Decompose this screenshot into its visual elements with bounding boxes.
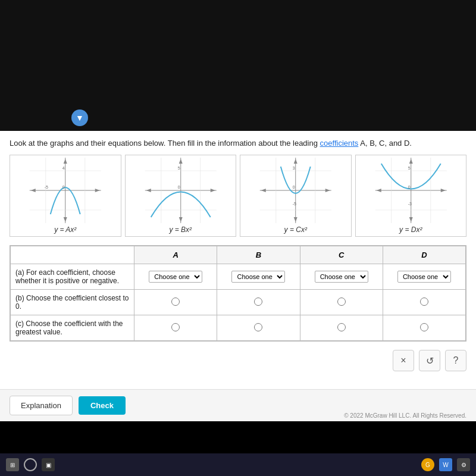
dropdown-c[interactable]: Choose one Positive Negative (315, 271, 368, 283)
check-button[interactable]: Check (79, 396, 126, 415)
graph-d-svg-wrapper: 5 0 -3 (358, 158, 464, 223)
taskbar: ⊞ ▣ G W ⚙ (0, 453, 476, 476)
taskbar-icon-3[interactable]: ⚙ (457, 458, 470, 471)
dropdown-a[interactable]: Choose one Positive Negative (149, 271, 202, 283)
close-icon: × (400, 355, 406, 366)
top-black-area: ▼ (0, 0, 476, 131)
radio-c-a[interactable] (171, 323, 180, 331)
graph-c-svg: 3 0 -5 (243, 158, 349, 223)
row-a-col-d: Choose one Positive Negative (383, 264, 465, 290)
instruction-after: A, B, C, and D. (358, 139, 412, 148)
explanation-button[interactable]: Explanation (10, 396, 73, 415)
svg-text:3: 3 (293, 166, 295, 170)
row-b-col-d (383, 290, 465, 315)
help-button[interactable]: ? (445, 350, 466, 371)
radio-b-d[interactable] (420, 298, 428, 306)
row-b-col-a (134, 290, 217, 315)
col-header-b: B (217, 246, 300, 264)
svg-marker-33 (325, 189, 330, 192)
svg-marker-47 (376, 189, 381, 192)
radio-b-a[interactable] (171, 298, 180, 306)
svg-marker-9 (31, 189, 36, 192)
graph-c-label: y = Cx² (284, 226, 307, 234)
graph-a-svg: 4 0 -5 (12, 158, 118, 223)
reset-button[interactable]: ↺ (419, 350, 440, 371)
svg-text:-3: -3 (408, 202, 411, 206)
taskbar-icon-2[interactable]: W (439, 458, 452, 471)
chevron-down-icon: ▼ (76, 113, 84, 123)
help-icon: ? (453, 355, 459, 366)
svg-marker-19 (178, 159, 182, 164)
taskbar-search-icon[interactable] (24, 458, 37, 471)
svg-text:0: 0 (293, 185, 295, 189)
col-header-empty (11, 246, 134, 264)
row-c-col-b (217, 315, 300, 341)
answer-table: A B C D (a) For each coefficient, choose… (10, 246, 466, 341)
dropdown-b[interactable]: Choose one Positive Negative (231, 271, 285, 283)
taskbar-icon-1[interactable]: G (421, 458, 434, 471)
row-a-col-b: Choose one Positive Negative (217, 264, 300, 290)
footer-text: © 2022 McGraw Hill LLC. All Rights Reser… (344, 412, 466, 419)
chevron-down-button[interactable]: ▼ (71, 109, 88, 126)
svg-marker-34 (261, 189, 266, 192)
action-buttons-row: × ↺ ? (10, 350, 466, 371)
svg-marker-7 (64, 217, 67, 222)
graph-a-svg-wrapper: 4 0 -5 (12, 158, 118, 223)
graph-b-svg-wrapper: 5 0 (128, 158, 234, 223)
radio-c-d[interactable] (420, 323, 428, 331)
radio-b-b[interactable] (254, 298, 262, 306)
graph-c-container: 3 0 -5 y = Cx² (240, 155, 352, 237)
dropdown-d[interactable]: Choose one Positive Negative (397, 271, 451, 283)
svg-text:0: 0 (62, 185, 65, 189)
graphs-row: 4 0 -5 y = Ax² (10, 155, 466, 237)
svg-marker-22 (146, 189, 151, 192)
graph-b-container: 5 0 y = Bx² (125, 155, 237, 237)
row-c-col-c (300, 315, 383, 341)
coefficients-link[interactable]: coefficients (320, 139, 359, 148)
reset-icon: ↺ (426, 355, 434, 367)
radio-c-c[interactable] (337, 323, 346, 331)
instruction-text: Look at the graphs and their equations b… (10, 138, 466, 149)
graph-a-label: y = Ax² (54, 226, 76, 234)
row-c-col-a (134, 315, 217, 341)
row-b-col-b (217, 290, 300, 315)
svg-text:-5: -5 (293, 202, 296, 206)
col-header-c: C (300, 246, 383, 264)
graph-b-label: y = Bx² (169, 226, 192, 234)
row-c-col-d (383, 315, 465, 341)
close-button[interactable]: × (393, 350, 414, 371)
taskbar-task-view-icon[interactable]: ▣ (42, 458, 55, 471)
bottom-bar: Explanation Check © 2022 McGraw Hill LLC… (0, 389, 476, 421)
svg-marker-44 (409, 159, 412, 164)
graph-b-svg: 5 0 (128, 158, 234, 223)
radio-b-c[interactable] (337, 298, 346, 306)
svg-text:0: 0 (177, 185, 180, 189)
svg-text:5: 5 (408, 166, 410, 170)
graph-c-svg-wrapper: 3 0 -5 (243, 158, 349, 223)
answer-table-wrapper: A B C D (a) For each coefficient, choose… (10, 245, 466, 342)
svg-marker-6 (64, 159, 67, 164)
svg-marker-20 (178, 217, 182, 222)
row-c: (c) Choose the coefficient with the grea… (11, 315, 466, 341)
col-header-d: D (383, 246, 465, 264)
row-c-label: (c) Choose the coefficient with the grea… (11, 315, 134, 341)
svg-marker-32 (294, 217, 298, 222)
graph-a-container: 4 0 -5 y = Ax² (10, 155, 121, 237)
taskbar-windows-icon[interactable]: ⊞ (6, 458, 19, 471)
svg-marker-31 (294, 159, 298, 164)
row-a-col-a: Choose one Positive Negative (134, 264, 217, 290)
main-content: Look at the graphs and their equations b… (0, 131, 476, 389)
svg-text:5: 5 (177, 166, 180, 170)
svg-marker-45 (409, 217, 412, 222)
row-a-col-c: Choose one Positive Negative (300, 264, 383, 290)
svg-text:-5: -5 (45, 185, 48, 189)
svg-marker-8 (95, 189, 100, 192)
row-b-col-c (300, 290, 383, 315)
row-b-label: (b) Choose the coefficient closest to 0. (11, 290, 134, 315)
radio-c-b[interactable] (254, 323, 262, 331)
svg-marker-21 (210, 189, 215, 192)
graph-d-container: 5 0 -3 y = Dx² (355, 155, 467, 237)
row-b: (b) Choose the coefficient closest to 0. (11, 290, 466, 315)
svg-marker-46 (440, 189, 445, 192)
col-header-a: A (134, 246, 217, 264)
